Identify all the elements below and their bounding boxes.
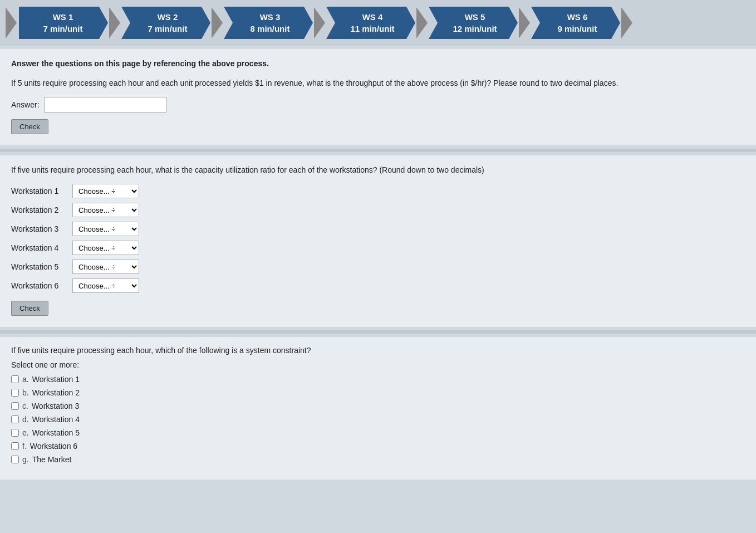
ws2-label: WS 2 — [135, 11, 200, 23]
ws-label-6: Workstation 6 — [11, 281, 72, 290]
checkbox-row-g: g. The Market — [11, 455, 745, 464]
check-button-2[interactable]: Check — [11, 301, 48, 316]
checkbox-row-e: e. Workstation 5 — [11, 428, 745, 437]
workstation-block-ws4: WS 4 11 min/unit — [326, 7, 415, 39]
ws-select-5[interactable]: Choose... ÷ — [72, 260, 139, 274]
arrow-icon-3 — [314, 7, 325, 38]
option-text-c: Workstation 3 — [32, 402, 79, 410]
ws-label-5: Workstation 5 — [11, 262, 72, 271]
section-divider-2 — [0, 330, 756, 334]
ws6-label: WS 6 — [544, 11, 610, 23]
section1-question: If 5 units require processing each hour … — [11, 77, 745, 89]
option-letter-e: e. — [22, 428, 29, 437]
select-one-more-label: Select one or more: — [11, 360, 745, 369]
workstation-block-ws5: WS 5 12 min/unit — [429, 7, 518, 39]
workstation-row-3: Workstation 3 Choose... ÷ — [11, 222, 745, 236]
checkbox-f[interactable] — [11, 442, 19, 450]
workstation-row-6: Workstation 6 Choose... ÷ — [11, 278, 745, 293]
checkbox-e[interactable] — [11, 429, 19, 437]
ws2-rate: 7 min/unit — [135, 23, 200, 35]
option-letter-a: a. — [22, 375, 29, 384]
ws-label-4: Workstation 4 — [11, 243, 72, 252]
ws1-rate: 7 min/unit — [28, 23, 98, 35]
ws-select-1[interactable]: Choose... ÷ — [72, 184, 139, 198]
option-letter-c: c. — [22, 402, 28, 410]
section3-question: If five units require processing each ho… — [11, 346, 745, 355]
ws-label-3: Workstation 3 — [11, 224, 72, 233]
option-letter-f: f. — [22, 442, 27, 451]
section2-question: If five units require processing each ho… — [11, 164, 745, 176]
option-letter-b: b. — [22, 388, 29, 397]
ws3-rate: 8 min/unit — [237, 23, 303, 35]
answer-input[interactable] — [44, 97, 166, 113]
option-text-a: Workstation 1 — [32, 375, 80, 384]
ws6-rate: 9 min/unit — [544, 23, 610, 35]
ws4-label: WS 4 — [340, 11, 405, 23]
checkbox-row-b: b. Workstation 2 — [11, 388, 745, 397]
ws5-label: WS 5 — [442, 11, 508, 23]
checkbox-row-d: d. Workstation 4 — [11, 415, 745, 424]
checkbox-c[interactable] — [11, 402, 19, 410]
option-text-d: Workstation 4 — [32, 415, 80, 424]
ws1-label: WS 1 — [28, 11, 98, 23]
workstation-row-5: Workstation 5 Choose... ÷ — [11, 260, 745, 274]
checkbox-row-c: c. Workstation 3 — [11, 402, 745, 410]
arrow-start-icon — [6, 7, 17, 38]
ws-select-4[interactable]: Choose... ÷ — [72, 241, 139, 255]
answer-row: Answer: — [11, 97, 745, 113]
section2: If five units require processing each ho… — [0, 155, 756, 327]
ws-label-2: Workstation 2 — [11, 206, 72, 214]
option-text-f: Workstation 6 — [30, 442, 77, 451]
arrow-icon-1 — [109, 7, 120, 38]
arrow-icon-4 — [416, 7, 428, 38]
ws3-label: WS 3 — [237, 11, 303, 23]
ws-select-3[interactable]: Choose... ÷ — [72, 222, 139, 236]
option-letter-d: d. — [22, 415, 29, 424]
checkbox-row-f: f. Workstation 6 — [11, 442, 745, 451]
ws-label-1: Workstation 1 — [11, 187, 72, 195]
option-letter-g: g. — [22, 455, 29, 464]
checkbox-b[interactable] — [11, 389, 19, 397]
workstation-block-ws6: WS 6 9 min/unit — [531, 7, 620, 39]
workstation-row-1: Workstation 1 Choose... ÷ — [11, 184, 745, 198]
section1-instruction: Answer the questions on this page by ref… — [11, 58, 745, 70]
workstation-block-ws3: WS 3 8 min/unit — [224, 7, 313, 39]
checkbox-row-a: a. Workstation 1 — [11, 375, 745, 384]
check-button-1[interactable]: Check — [11, 119, 48, 134]
arrow-icon-2 — [212, 7, 223, 38]
workstation-row-4: Workstation 4 Choose... ÷ — [11, 241, 745, 255]
process-bar: WS 1 7 min/unit WS 2 7 min/unit WS 3 8 m… — [0, 0, 756, 46]
ws-select-6[interactable]: Choose... ÷ — [72, 278, 139, 293]
ws-select-2[interactable]: Choose... ÷ — [72, 203, 139, 217]
ws5-rate: 12 min/unit — [442, 23, 508, 35]
arrow-icon-6 — [621, 7, 632, 38]
workstation-block-ws1: WS 1 7 min/unit — [19, 7, 108, 39]
option-text-b: Workstation 2 — [32, 388, 80, 397]
arrow-icon-5 — [519, 7, 530, 38]
workstation-block-ws2: WS 2 7 min/unit — [121, 7, 210, 39]
ws4-rate: 11 min/unit — [340, 23, 405, 35]
workstation-row-2: Workstation 2 Choose... ÷ — [11, 203, 745, 217]
option-text-g: The Market — [32, 455, 72, 464]
section1: Answer the questions on this page by ref… — [0, 49, 756, 145]
section3: If five units require processing each ho… — [0, 337, 756, 480]
option-text-e: Workstation 5 — [32, 428, 80, 437]
checkbox-g[interactable] — [11, 456, 19, 463]
checkbox-a[interactable] — [11, 375, 19, 383]
answer-label: Answer: — [11, 100, 40, 109]
section-divider-1 — [0, 149, 756, 152]
checkbox-d[interactable] — [11, 415, 19, 423]
